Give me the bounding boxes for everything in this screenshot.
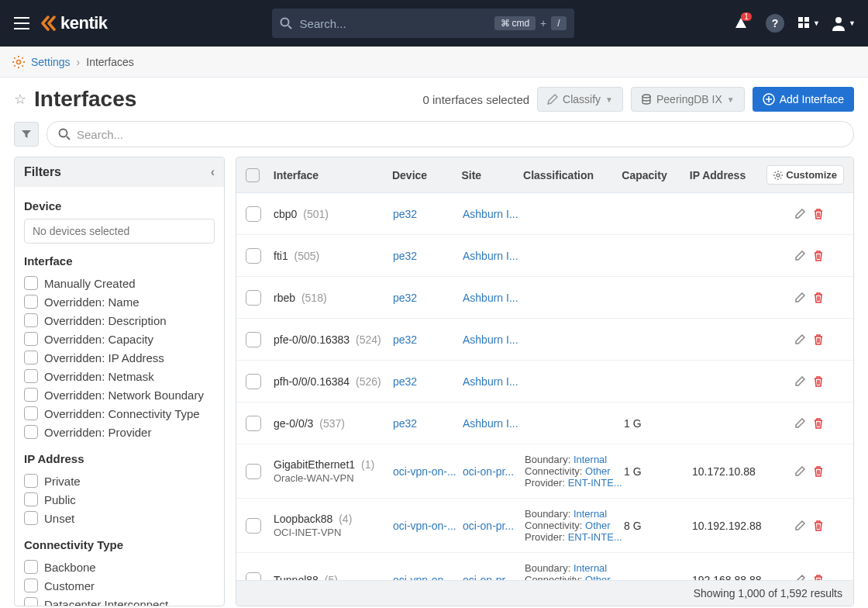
filter-checkbox-row[interactable]: Overridden: Name — [24, 292, 215, 311]
table-row[interactable]: cbp0 (501)pe32Ashburn I... — [236, 193, 853, 235]
breadcrumb-settings[interactable]: Settings — [31, 56, 71, 68]
filter-checkbox-row[interactable]: Public — [24, 490, 215, 509]
filter-checkbox-row[interactable]: Private — [24, 472, 215, 490]
device-link[interactable]: pe32 — [393, 208, 463, 220]
row-checkbox[interactable] — [246, 206, 261, 222]
filter-checkbox-row[interactable]: Overridden: Provider — [24, 423, 215, 441]
site-link[interactable]: oci-on-pr... — [463, 574, 525, 581]
filter-checkbox-row[interactable]: Customer — [24, 576, 215, 595]
delete-icon[interactable] — [813, 575, 824, 581]
select-all-checkbox[interactable] — [246, 168, 260, 182]
site-link[interactable]: Ashburn I... — [463, 292, 525, 304]
filter-checkbox-row[interactable]: Backbone — [24, 558, 215, 576]
add-interface-button[interactable]: Add Interface — [753, 87, 854, 112]
logo[interactable]: kentik — [40, 13, 108, 33]
site-link[interactable]: Ashburn I... — [463, 250, 525, 262]
chevron-left-icon[interactable]: ‹ — [211, 165, 215, 179]
filter-checkbox-row[interactable]: Overridden: Connectivity Type — [24, 404, 215, 423]
row-checkbox[interactable] — [246, 518, 261, 534]
table-row[interactable]: Tunnel88 (5)oci-vpn-on-...oci-on-pr...Bo… — [236, 553, 853, 580]
checkbox[interactable] — [24, 313, 38, 327]
row-checkbox[interactable] — [246, 374, 261, 389]
table-row[interactable]: GigabitEthernet1 (1)Oracle-WAN-VPNoci-vp… — [236, 444, 853, 499]
checkbox[interactable] — [24, 295, 38, 309]
checkbox[interactable] — [24, 369, 38, 383]
help-icon[interactable]: ? — [763, 11, 787, 36]
checkbox[interactable] — [24, 597, 38, 606]
checkbox[interactable] — [24, 351, 38, 364]
edit-icon[interactable] — [794, 376, 805, 387]
row-checkbox[interactable] — [246, 248, 261, 264]
table-search[interactable] — [46, 121, 854, 147]
star-icon[interactable]: ☆ — [14, 91, 26, 108]
edit-icon[interactable] — [794, 520, 805, 531]
customize-button[interactable]: Customize — [766, 165, 844, 185]
table-row[interactable]: fti1 (505)pe32Ashburn I... — [236, 235, 853, 277]
delete-icon[interactable] — [813, 466, 824, 477]
checkbox[interactable] — [24, 474, 38, 488]
site-link[interactable]: Ashburn I... — [463, 208, 525, 220]
table-search-input[interactable] — [77, 128, 842, 141]
edit-icon[interactable] — [794, 292, 805, 303]
device-link[interactable]: pe32 — [393, 375, 463, 388]
delete-icon[interactable] — [813, 250, 824, 261]
row-checkbox[interactable] — [246, 332, 261, 347]
filter-checkbox-row[interactable]: Unset — [24, 509, 215, 527]
edit-icon[interactable] — [794, 575, 805, 581]
delete-icon[interactable] — [813, 376, 824, 387]
col-classification[interactable]: Classification — [523, 169, 622, 181]
device-link[interactable]: pe32 — [393, 292, 463, 304]
checkbox[interactable] — [24, 511, 38, 525]
site-link[interactable]: Ashburn I... — [463, 417, 525, 430]
delete-icon[interactable] — [813, 520, 824, 531]
site-link[interactable]: oci-on-pr... — [463, 465, 525, 478]
delete-icon[interactable] — [813, 209, 824, 219]
device-link[interactable]: pe32 — [393, 250, 463, 262]
site-link[interactable]: Ashburn I... — [463, 375, 525, 388]
device-link[interactable]: oci-vpn-on-... — [393, 520, 463, 532]
edit-icon[interactable] — [794, 466, 805, 477]
user-menu-icon[interactable]: ▼ — [831, 11, 856, 36]
col-ip[interactable]: IP Address — [690, 169, 766, 181]
device-link[interactable]: pe32 — [393, 333, 463, 346]
delete-icon[interactable] — [813, 334, 824, 345]
global-search[interactable]: ⌘ cmd + / — [272, 9, 574, 38]
edit-icon[interactable] — [794, 250, 805, 261]
col-site[interactable]: Site — [461, 169, 523, 181]
classify-button[interactable]: Classify ▼ — [537, 87, 623, 112]
apps-icon[interactable]: ▼ — [797, 11, 822, 36]
table-row[interactable]: rbeb (518)pe32Ashburn I... — [236, 277, 853, 319]
checkbox[interactable] — [24, 492, 38, 506]
hamburger-icon[interactable] — [12, 14, 31, 33]
global-search-input[interactable] — [300, 17, 487, 30]
row-checkbox[interactable] — [246, 464, 261, 479]
delete-icon[interactable] — [813, 292, 824, 303]
edit-icon[interactable] — [794, 209, 805, 219]
table-row[interactable]: ge-0/0/3 (537)pe32Ashburn I...1 G — [236, 402, 853, 444]
filter-checkbox-row[interactable]: Overridden: Network Boundary — [24, 385, 215, 404]
site-link[interactable]: oci-on-pr... — [463, 520, 525, 532]
notifications-icon[interactable]: 1 — [728, 11, 753, 36]
filter-checkbox-row[interactable]: Overridden: Netmask — [24, 367, 215, 385]
filter-checkbox-row[interactable]: Overridden: Description — [24, 311, 215, 330]
edit-icon[interactable] — [794, 334, 805, 345]
filter-checkbox-row[interactable]: Manually Created — [24, 274, 215, 292]
device-select[interactable]: No devices selected — [24, 219, 215, 244]
col-device[interactable]: Device — [392, 169, 462, 181]
peeringdb-button[interactable]: PeeringDB IX ▼ — [631, 87, 745, 112]
device-link[interactable]: oci-vpn-on-... — [393, 465, 463, 478]
row-checkbox[interactable] — [246, 416, 261, 431]
delete-icon[interactable] — [813, 418, 824, 429]
checkbox[interactable] — [24, 406, 38, 420]
checkbox[interactable] — [24, 425, 38, 439]
table-row[interactable]: Loopback88 (4)OCI-INET-VPNoci-vpn-on-...… — [236, 499, 853, 553]
edit-icon[interactable] — [794, 418, 805, 429]
checkbox[interactable] — [24, 388, 38, 402]
filter-checkbox-row[interactable]: Datacenter Interconnect — [24, 595, 215, 606]
checkbox[interactable] — [24, 579, 38, 592]
row-checkbox[interactable] — [246, 290, 261, 306]
filter-checkbox-row[interactable]: Overridden: Capacity — [24, 330, 215, 348]
filter-toggle-button[interactable] — [14, 122, 39, 147]
table-row[interactable]: pfe-0/0/0.16383 (524)pe32Ashburn I... — [236, 319, 853, 361]
table-row[interactable]: pfh-0/0/0.16384 (526)pe32Ashburn I... — [236, 361, 853, 402]
